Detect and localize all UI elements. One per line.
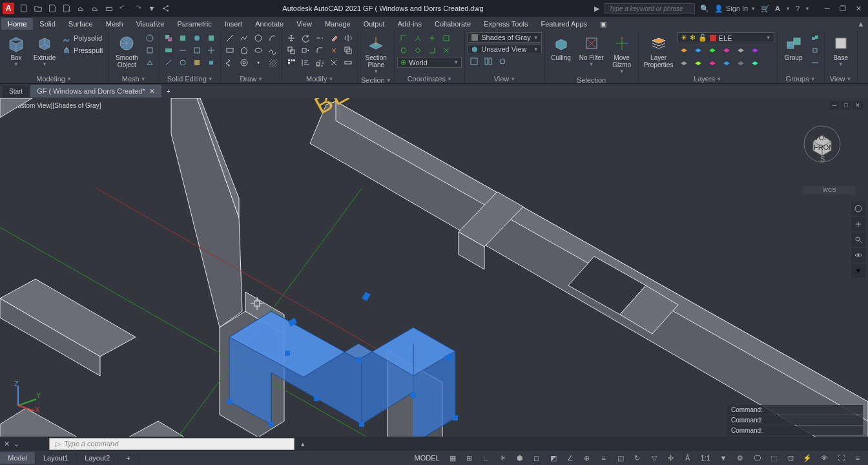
search-submit-icon[interactable]: 🔍 bbox=[700, 5, 709, 13]
ly-2[interactable] bbox=[692, 45, 705, 56]
status-units-icon[interactable]: ⬚ bbox=[767, 452, 780, 464]
ly-3[interactable] bbox=[706, 45, 719, 56]
grip[interactable] bbox=[269, 422, 274, 427]
status-cycle-icon[interactable]: ↻ bbox=[631, 452, 644, 464]
se-3[interactable] bbox=[191, 32, 203, 44]
ucs-2[interactable] bbox=[411, 32, 424, 44]
doctab-new[interactable]: + bbox=[163, 86, 174, 97]
visual-style-dropdown[interactable]: Shades of Gray▼ bbox=[468, 32, 541, 43]
status-osnap-icon[interactable]: ◻ bbox=[530, 452, 543, 464]
se-8[interactable] bbox=[176, 57, 189, 68]
status-filter-icon[interactable]: ▽ bbox=[648, 452, 661, 464]
help-icon[interactable]: ? bbox=[796, 5, 800, 12]
md-erase[interactable] bbox=[327, 32, 340, 44]
layer-properties-button[interactable]: Layer Properties bbox=[641, 32, 676, 70]
cloud-open-icon[interactable] bbox=[75, 3, 87, 14]
md-copy[interactable] bbox=[285, 45, 298, 56]
ucs-icon[interactable]: Z Y X bbox=[12, 380, 44, 412]
vw-1[interactable] bbox=[468, 56, 480, 67]
ly-1[interactable] bbox=[677, 45, 690, 56]
view-name-dropdown[interactable]: Unsaved View▼ bbox=[468, 44, 541, 54]
command-input[interactable]: ▷ Type a command bbox=[49, 438, 294, 450]
md-array[interactable] bbox=[285, 57, 298, 68]
dr-helix[interactable] bbox=[223, 57, 236, 68]
se-2[interactable] bbox=[176, 32, 189, 44]
viewcube[interactable]: TOPFRONTS WCS bbox=[803, 118, 855, 189]
md-mirror[interactable] bbox=[342, 32, 355, 44]
search-play-icon[interactable]: ▶ bbox=[594, 5, 599, 13]
mesh-tool-2[interactable] bbox=[143, 45, 156, 56]
status-grid-icon[interactable]: ▦ bbox=[446, 452, 459, 464]
tab-output[interactable]: Output bbox=[357, 18, 391, 30]
status-otrack-icon[interactable]: ∠ bbox=[564, 452, 577, 464]
minimize-button[interactable]: ─ bbox=[820, 3, 834, 14]
share-icon[interactable] bbox=[160, 3, 172, 14]
status-ws-icon[interactable]: ⚙ bbox=[734, 452, 747, 464]
ly-6[interactable] bbox=[749, 45, 761, 56]
ly-9[interactable] bbox=[706, 57, 719, 69]
ucs-3[interactable] bbox=[426, 32, 439, 44]
tab-mesh[interactable]: Mesh bbox=[99, 18, 130, 30]
layout-tab-model[interactable]: Model bbox=[0, 452, 36, 464]
se-4[interactable] bbox=[162, 45, 175, 56]
autodesk-icon[interactable]: A bbox=[775, 5, 780, 12]
app-logo[interactable]: A bbox=[3, 3, 14, 14]
move-gizmo-button[interactable]: Move Gizmo▼ bbox=[608, 32, 636, 76]
ucs-5[interactable] bbox=[397, 45, 410, 56]
ucs-world-dropdown[interactable]: ⊕World▼ bbox=[397, 57, 462, 68]
ucs-6[interactable] bbox=[411, 45, 424, 56]
se-11[interactable] bbox=[205, 45, 218, 56]
tab-surface[interactable]: Surface bbox=[62, 18, 99, 30]
tab-view[interactable]: View bbox=[290, 18, 318, 30]
tab-collaborate[interactable]: Collaborate bbox=[428, 18, 477, 30]
status-3dosnap-icon[interactable]: ◩ bbox=[547, 452, 560, 464]
polysolid-button[interactable]: Polysolid bbox=[59, 32, 105, 44]
layout-tab-add[interactable]: + bbox=[118, 452, 138, 464]
doctab-start[interactable]: Start bbox=[3, 86, 29, 97]
base-button[interactable]: Base▼ bbox=[827, 32, 854, 68]
nav-more-icon[interactable]: ▼ bbox=[851, 264, 865, 278]
dr-circle[interactable] bbox=[252, 32, 265, 44]
status-monitor-icon[interactable]: 🖵 bbox=[750, 452, 763, 464]
box-button[interactable]: Box▼ bbox=[3, 32, 30, 68]
dr-donut[interactable] bbox=[238, 57, 251, 68]
status-ortho-icon[interactable]: ∟ bbox=[480, 452, 493, 464]
ucs-4[interactable] bbox=[440, 32, 453, 44]
ucs-7[interactable] bbox=[426, 45, 439, 56]
grip[interactable] bbox=[411, 393, 416, 398]
close-button[interactable]: ✕ bbox=[851, 3, 865, 14]
gr-1[interactable] bbox=[809, 32, 822, 44]
nav-orbit-icon[interactable] bbox=[851, 248, 865, 262]
mesh-tool-3[interactable] bbox=[143, 57, 156, 68]
md-scale[interactable] bbox=[313, 57, 326, 68]
tab-expresstools[interactable]: Express Tools bbox=[477, 18, 534, 30]
status-lwt-icon[interactable]: ≡ bbox=[597, 452, 610, 464]
nav-wheel-icon[interactable] bbox=[851, 202, 865, 216]
se-1[interactable] bbox=[162, 32, 175, 44]
dr-rect[interactable] bbox=[223, 45, 236, 56]
status-dyn-icon[interactable]: ⊕ bbox=[581, 452, 594, 464]
md-move[interactable] bbox=[285, 32, 298, 44]
status-scale[interactable]: 1:1 bbox=[698, 454, 713, 462]
grip[interactable] bbox=[227, 399, 232, 404]
md-stretch[interactable] bbox=[299, 45, 312, 56]
status-custom-icon[interactable]: ≡ bbox=[851, 452, 864, 464]
layout-tab-2[interactable]: Layout2 bbox=[77, 452, 118, 464]
wcs-label[interactable]: WCS bbox=[803, 186, 855, 194]
layout-tab-1[interactable]: Layout1 bbox=[36, 452, 77, 464]
status-transp-icon[interactable]: ◫ bbox=[614, 452, 627, 464]
ly-8[interactable] bbox=[692, 57, 705, 69]
tab-parametric[interactable]: Parametric bbox=[170, 18, 218, 30]
dr-ellipse[interactable] bbox=[252, 45, 265, 56]
vw-2[interactable] bbox=[482, 56, 495, 67]
status-annot-icon[interactable]: Å bbox=[681, 452, 694, 464]
ly-7[interactable] bbox=[677, 57, 690, 69]
grip[interactable] bbox=[285, 351, 290, 356]
se-6[interactable] bbox=[191, 45, 203, 56]
dr-arc[interactable] bbox=[266, 32, 279, 44]
cloud-save-icon[interactable] bbox=[89, 3, 101, 14]
ly-11[interactable] bbox=[734, 57, 747, 69]
dr-point[interactable] bbox=[252, 57, 265, 68]
smooth-object-button[interactable]: Smooth Object bbox=[111, 32, 142, 70]
cmd-expand-icon[interactable]: ▴ bbox=[301, 440, 305, 448]
